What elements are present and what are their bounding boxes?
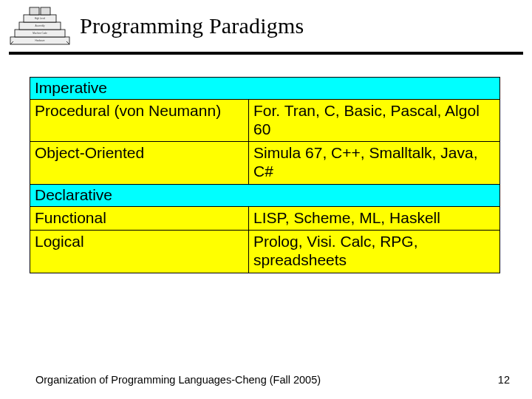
paradigm-table: Imperative Procedural (von Neumann) For.… [30, 77, 500, 273]
svg-text:Machine Code: Machine Code [33, 32, 47, 35]
paradigm-langs: Simula 67, C++, Smalltalk, Java, C# [249, 142, 500, 185]
title-underline [9, 52, 523, 55]
slide-title: Programming Paradigms [80, 13, 304, 38]
svg-text:Assembly: Assembly [35, 24, 45, 27]
pyramid-icon: Hardware Machine Code Assembly High Leve… [6, 4, 74, 47]
paradigm-label: Object-Oriented [30, 142, 249, 185]
paradigm-label: Functional [30, 206, 249, 231]
paradigm-label: Logical [30, 231, 249, 273]
paradigm-langs: For. Tran, C, Basic, Pascal, Algol 60 [249, 99, 500, 142]
paradigm-langs: LISP, Scheme, ML, Haskell [249, 206, 500, 231]
svg-text:Hardware: Hardware [35, 39, 44, 42]
paradigm-label: Procedural (von Neumann) [30, 99, 249, 142]
svg-rect-5 [41, 7, 50, 15]
header: Hardware Machine Code Assembly High Leve… [0, 0, 532, 47]
footer-text: Organization of Programming Languages-Ch… [35, 374, 321, 386]
slide: Hardware Machine Code Assembly High Leve… [0, 0, 532, 399]
svg-rect-4 [30, 7, 39, 15]
page-number: 12 [498, 374, 510, 386]
svg-text:High Level: High Level [35, 17, 46, 20]
section-header: Declarative [30, 184, 500, 206]
paradigm-langs: Prolog, Visi. Calc, RPG, spreadsheets [249, 231, 500, 273]
section-header: Imperative [30, 78, 500, 100]
